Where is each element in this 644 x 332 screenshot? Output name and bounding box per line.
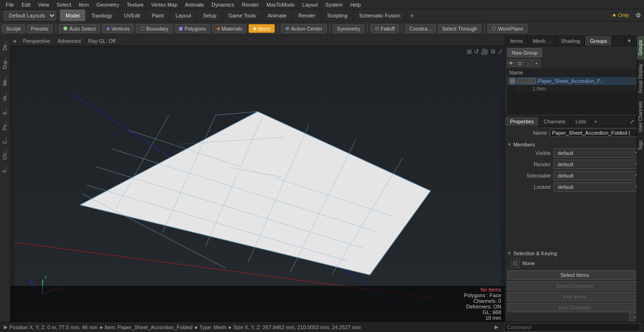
layout-tab-scripting[interactable]: Scripting [322, 9, 354, 21]
prop-locked-select[interactable]: default [553, 182, 642, 192]
group-check-3[interactable] [530, 78, 536, 84]
settings-gear-icon[interactable]: ⚙ [633, 12, 644, 19]
key-channels-button[interactable]: Key Channels [507, 303, 642, 312]
menu-render[interactable]: Render [238, 0, 263, 9]
props-tab-plus[interactable]: + [591, 119, 600, 124]
vp-icon-maximize[interactable]: ⊞ [467, 48, 472, 55]
groups-icon-filter[interactable]: ⊡ [516, 59, 523, 67]
left-tool-po[interactable]: Po... [1, 118, 9, 133]
select-channels-button[interactable]: Select Channels [507, 281, 642, 291]
left-tool-me[interactable]: Me... [1, 73, 9, 89]
layout-tab-schematic[interactable]: Schematic Fusion [354, 9, 406, 21]
menu-animate[interactable]: Animate [181, 0, 207, 9]
right-vert-tab-tags[interactable]: Tags [637, 136, 644, 154]
menu-maxtomodo[interactable]: MaxToModo [263, 0, 298, 9]
action-center-button[interactable]: ⊕ Action Center [281, 24, 327, 33]
right-tab-items[interactable]: Items [505, 36, 528, 46]
layout-tab-render[interactable]: Render [293, 9, 322, 21]
layout-selector[interactable]: Default Layouts [4, 11, 56, 20]
layout-plus-button[interactable]: + [406, 12, 418, 19]
members-section[interactable]: ▼ Members [507, 140, 642, 148]
groups-icon-eye[interactable]: 👁 [507, 59, 515, 67]
vertices-button[interactable]: ◈ Vertices [102, 24, 134, 33]
group-check-1[interactable] [517, 78, 523, 84]
viewport-shading[interactable]: Advanced [55, 38, 83, 44]
menu-system[interactable]: System [322, 0, 347, 9]
group-check-2[interactable] [524, 78, 529, 84]
layout-tab-animate[interactable]: Animate [262, 9, 293, 21]
vp-icon-refresh[interactable]: ↺ [474, 48, 479, 55]
falloff-button[interactable]: ⊙ Falloff [371, 24, 399, 33]
left-tool-f[interactable]: F... [1, 163, 9, 175]
command-expand-icon[interactable]: ▶ [495, 324, 498, 330]
right-tab-dropdown[interactable]: ▾ [625, 36, 634, 46]
layout-tab-layout[interactable]: Layout [170, 9, 197, 21]
star-only-label[interactable]: ★ Only [608, 12, 633, 18]
props-expand-button[interactable]: ⤢ [627, 116, 636, 127]
work-plane-button[interactable]: ⬡ WorkPlane [487, 24, 528, 33]
select-items-button[interactable]: Select Items [507, 270, 642, 280]
viewport-raygl[interactable]: Ray GL: Off [85, 38, 118, 44]
left-tool-ve[interactable]: Ve... [1, 89, 9, 104]
right-tab-groups[interactable]: Groups [585, 36, 612, 46]
constraints-button[interactable]: Constra... [405, 24, 436, 33]
layout-tab-gametools[interactable]: Game Tools [223, 9, 262, 21]
groups-icon-add[interactable]: + [533, 59, 540, 67]
group-list-item[interactable]: ⊡ Paper_Sheet_Accordion_F... [507, 77, 642, 86]
viewport-mode[interactable]: Perspective [20, 38, 53, 44]
sel-keying-header[interactable]: ▼ Selection & Keying [507, 250, 642, 258]
presets-button[interactable]: Presets [27, 24, 53, 33]
menu-texture[interactable]: Texture [123, 0, 148, 9]
auto-select-button[interactable]: ⬟ Auto Select [59, 24, 100, 33]
menu-dynamics[interactable]: Dynamics [208, 0, 238, 9]
symmetry-button[interactable]: Symmetry [333, 24, 365, 33]
right-vert-tab-user-channels[interactable]: User Channels [637, 97, 644, 136]
props-tab-lists[interactable]: Lists [571, 117, 592, 126]
new-group-button[interactable]: New Group [507, 48, 542, 57]
layout-tab-paint[interactable]: Paint [146, 9, 170, 21]
menu-edit[interactable]: Edit [18, 0, 34, 9]
menu-layout[interactable]: Layout [298, 0, 322, 9]
vp-icon-expand[interactable]: ⤢ [498, 48, 503, 55]
layout-tab-setup[interactable]: Setup [197, 9, 223, 21]
vp-icon-settings[interactable]: ⚙ [490, 48, 496, 55]
status-size-dot: ● [228, 324, 231, 330]
menu-file[interactable]: File [2, 0, 18, 9]
right-tab-shading[interactable]: Shading [556, 36, 585, 46]
prop-selectable-select[interactable]: default [553, 171, 642, 180]
props-tab-channels[interactable]: Channels [539, 117, 570, 126]
right-vert-tab-groups[interactable]: Groups [637, 36, 644, 59]
key-items-button[interactable]: Key Items [507, 292, 642, 301]
sculpt-button[interactable]: Sculpt [2, 24, 25, 33]
command-input[interactable] [504, 323, 640, 332]
prop-render-select[interactable]: default [553, 160, 642, 169]
viewport-canvas[interactable]: X Z Y ⊞ ↺ 🎥 ⚙ ⤢ No Items Polygons : Face [10, 46, 505, 322]
menu-vertex-map[interactable]: Vertex Map [148, 0, 182, 9]
prop-name-input[interactable] [550, 129, 642, 137]
layout-tab-model[interactable]: Model [60, 9, 86, 21]
layout-tab-topology[interactable]: Topology [86, 9, 118, 21]
prop-visible-select[interactable]: default [553, 148, 642, 158]
right-vert-tab-group-display[interactable]: Group Display [637, 59, 644, 97]
props-tab-properties[interactable]: Properties [505, 117, 539, 126]
left-tool-e[interactable]: E... [1, 105, 9, 117]
menu-view[interactable]: View [34, 0, 53, 9]
menu-geometry[interactable]: Geometry [92, 0, 123, 9]
polygons-button[interactable]: ◼ Polygons [174, 24, 210, 33]
left-tool-dup[interactable]: Dup... [1, 54, 9, 72]
left-tool-uv[interactable]: UV... [1, 147, 9, 162]
items-button[interactable]: ◈ Items [248, 24, 275, 33]
status-expand-icon[interactable]: ▶ [4, 324, 8, 330]
left-tool-de[interactable]: De... [1, 38, 9, 53]
boundary-button[interactable]: ⬡ Boundary [136, 24, 173, 33]
menu-item[interactable]: Item [75, 0, 92, 9]
menu-help[interactable]: Help [347, 0, 365, 9]
menu-select[interactable]: Select [53, 0, 75, 9]
groups-icon-sort[interactable]: ↓ [524, 59, 532, 67]
materials-button[interactable]: ◈ Materials [212, 24, 247, 33]
right-tab-mesh[interactable]: Mesh ... [528, 36, 556, 46]
vp-icon-camera[interactable]: 🎥 [481, 48, 488, 55]
layout-tab-uvedit[interactable]: UVEdit [118, 9, 146, 21]
left-tool-c[interactable]: C... [1, 134, 9, 147]
select-through-button[interactable]: Select Through [438, 24, 481, 33]
